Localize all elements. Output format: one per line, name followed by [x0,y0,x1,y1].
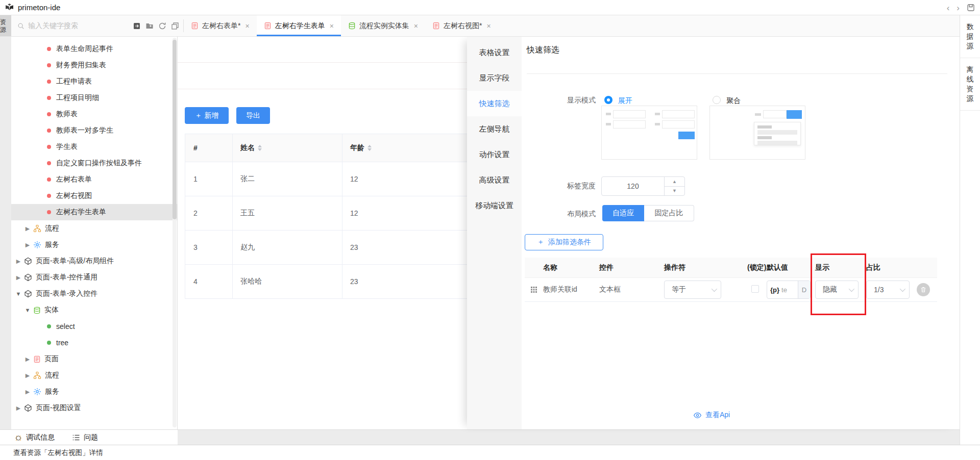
table-header-row: # 姓名 年龄 [185,134,495,162]
menu-action-settings[interactable]: 动作设置 [467,142,522,167]
chevron-right-icon[interactable]: ▶ [15,405,21,412]
tab-close-icon[interactable]: × [414,22,418,30]
tab-left-tree-form[interactable]: 左树右表单* × [184,15,257,36]
tree-item-tree[interactable]: tree [11,335,177,351]
tab-close-icon[interactable]: × [330,22,334,30]
table-row[interactable]: 1 张二 12 [185,162,495,196]
layout-mode-segmented: 自适应 固定占比 [602,205,694,221]
tree-item-left-tree-form[interactable]: 左树右表单 [11,171,177,188]
tree-item-page-group[interactable]: ▶页面 [11,351,177,367]
new-folder-icon[interactable] [145,22,154,30]
segment-fixed-ratio[interactable]: 固定占比 [644,205,694,221]
chevron-right-icon[interactable]: ▶ [24,389,31,395]
chevron-right-icon[interactable]: ▶ [24,225,31,232]
sort-icon[interactable] [368,145,372,151]
search-input[interactable]: 输入关键字搜索 [11,15,132,36]
eye-icon [693,411,702,420]
default-value-input[interactable]: {p} te D [767,280,811,299]
radio-collapsed[interactable] [713,96,721,104]
chevron-down-icon[interactable]: ▼ [15,291,21,297]
drag-handle-icon[interactable] [530,286,537,293]
expanded-mode-preview[interactable] [601,106,697,160]
chevron-right-icon[interactable]: ▶ [15,258,21,265]
sort-icon[interactable] [258,145,262,151]
col-header-name[interactable]: 姓名 [233,134,342,162]
tree-item-service-group[interactable]: ▶服务 [11,237,177,253]
nav-back-icon[interactable]: ‹ [947,4,950,12]
tree-item-service-group-2[interactable]: ▶服务 [11,384,177,400]
menu-quick-filter[interactable]: 快速筛选 [467,91,522,116]
menu-mobile-settings[interactable]: 移动端设置 [467,193,522,218]
save-icon[interactable] [967,4,975,12]
chevron-right-icon[interactable]: ▶ [15,274,21,281]
segment-adaptive[interactable]: 自适应 [602,205,644,221]
tree-item-student-table[interactable]: 学生表 [11,139,177,155]
menu-display-fields[interactable]: 显示字段 [467,65,522,91]
rail-tab-data-source[interactable]: 数据源 [960,15,980,58]
menu-advanced-settings[interactable]: 高级设置 [467,167,522,193]
problems-button[interactable]: 问题 [72,433,98,442]
radio-expanded[interactable] [604,96,612,104]
radio-collapsed-label[interactable]: 聚合 [726,96,741,106]
locked-checkbox[interactable] [751,285,759,293]
collapse-panel-icon[interactable] [171,22,179,30]
debug-info-button[interactable]: 调试信息 [14,433,55,442]
tree-item-left-tree-view[interactable]: 左树右视图 [11,188,177,204]
tree-item-process-group[interactable]: ▶流程 [11,220,177,237]
tab-close-icon[interactable]: × [245,22,249,30]
tree-item-project-detail[interactable]: 工程项目明细 [11,90,177,106]
tree-item-teacher-students[interactable]: 教师表一对多学生 [11,122,177,139]
collapsed-mode-preview[interactable] [709,106,805,160]
import-resource-icon[interactable] [133,22,141,30]
tree-item-project-apply[interactable]: 工程申请表 [11,73,177,90]
table-row[interactable]: 4 张哈哈 23 [185,265,495,299]
resource-rail-tab[interactable]: 资源 [0,15,11,36]
tree-scrollbar-thumb[interactable] [173,40,177,219]
stepper-up-icon[interactable]: ▲ [665,177,684,187]
tree-item-select[interactable]: select [11,318,177,335]
default-value-suffix[interactable]: D [798,281,810,298]
tab-process-entity-set[interactable]: 流程实例实体集 × [341,15,425,36]
gear-icon [33,388,41,396]
tree-item-custom-window-buttons[interactable]: 自定义窗口操作按钮及事件 [11,155,177,171]
tree-item-page-form-advanced[interactable]: ▶页面-表单-高级/布局组件 [11,253,177,269]
tab-left-tree-view[interactable]: 左树右视图* × [425,15,498,36]
tree-item-teacher-table[interactable]: 教师表 [11,106,177,122]
table-row[interactable]: 2 王五 12 [185,196,495,231]
tab-left-tree-student-form[interactable]: 左树右学生表单 × [257,15,341,36]
tree-item-page-form-common[interactable]: ▶页面-表单-控件通用 [11,269,177,286]
tree-item-entity-group[interactable]: ▼实体 [11,302,177,318]
nav-forward-icon[interactable]: › [957,4,960,12]
table-row[interactable]: 3 赵九 23 [185,231,495,265]
refresh-icon[interactable] [158,22,166,30]
rail-tab-offline-resources[interactable]: 离线资源 [960,58,980,111]
operator-select[interactable]: 等于 [664,280,721,299]
debug-icon [14,433,22,442]
gear-icon [33,241,41,249]
add-filter-condition-button[interactable]: ＋ 添加筛选条件 [525,234,603,250]
export-button[interactable]: 导出 [236,107,270,124]
view-api-link[interactable]: 查看Api [693,411,730,420]
tree-item-finance-table[interactable]: 财务费用归集表 [11,57,177,73]
chevron-right-icon[interactable]: ▶ [24,242,31,248]
stepper-down-icon[interactable]: ▼ [665,187,684,196]
chevron-down-icon [900,286,905,292]
tree-item-form-lifecycle[interactable]: 表单生命周起事件 [11,41,177,57]
menu-table-settings[interactable]: 表格设置 [467,40,522,65]
col-control: 控件 [599,263,664,272]
bottom-gray-band [178,429,960,445]
menu-left-nav[interactable]: 左侧导航 [467,116,522,142]
tree-item-page-form-input[interactable]: ▼页面-表单-录入控件 [11,286,177,302]
radio-expanded-label[interactable]: 展开 [618,96,632,106]
delete-filter-button[interactable] [917,283,930,296]
add-button[interactable]: ＋新增 [185,107,229,124]
tree-item-page-view-settings[interactable]: ▶页面-视图设置 [11,400,177,416]
chevron-down-icon[interactable]: ▼ [24,307,31,313]
tree-item-left-tree-student-form[interactable]: 左树右学生表单 [11,204,177,220]
ratio-select[interactable]: 1/3 [866,280,910,299]
chevron-right-icon[interactable]: ▶ [24,372,31,379]
tree-item-process-group-2[interactable]: ▶流程 [11,367,177,384]
chevron-right-icon[interactable]: ▶ [24,356,31,363]
tab-close-icon[interactable]: × [486,22,491,30]
label-width-input[interactable]: 120 ▲ ▼ [601,176,685,196]
